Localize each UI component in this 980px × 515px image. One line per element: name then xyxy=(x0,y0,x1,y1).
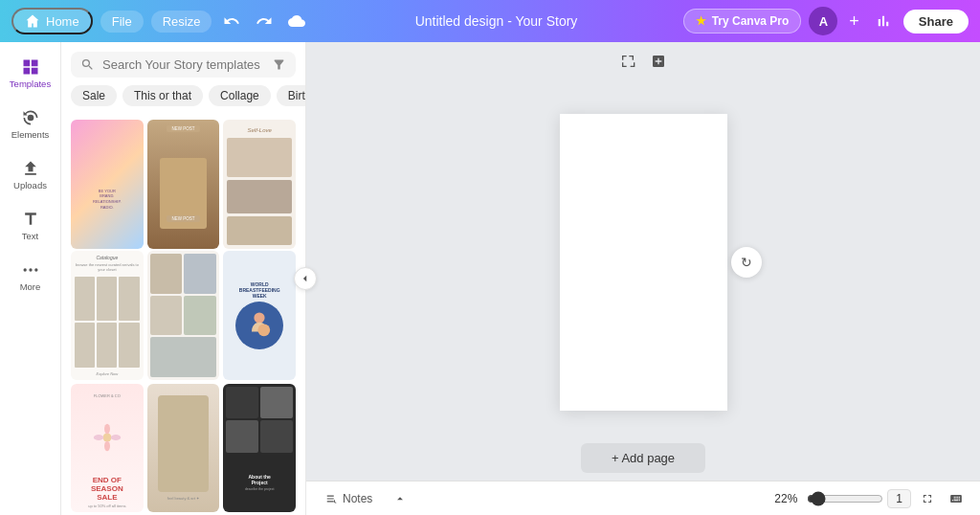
template-card-4[interactable]: Catalogue browse the newest curated arri… xyxy=(71,251,144,380)
cloud-save-button[interactable] xyxy=(284,9,309,34)
topbar: Home File Resize Untitled design - Your … xyxy=(0,0,980,42)
share-button[interactable]: Share xyxy=(903,10,969,34)
templates-icon xyxy=(21,57,40,77)
template-card-3[interactable]: Self-Love xyxy=(223,120,296,249)
chip-birthday[interactable]: Birthday xyxy=(277,85,305,106)
hide-panel-icon xyxy=(301,274,310,283)
sidebar-item-uploads[interactable]: Uploads xyxy=(4,151,57,198)
hide-panel-button[interactable] xyxy=(294,267,317,290)
svg-point-1 xyxy=(23,268,26,271)
elements-icon xyxy=(21,108,40,127)
sidebar-item-templates[interactable]: Templates xyxy=(4,50,57,97)
template-7-brand: FLOWER & CO xyxy=(94,393,121,398)
template-4-subtitle: browse the newest curated arrivals to yo… xyxy=(75,262,140,272)
search-icon xyxy=(80,57,95,72)
canva-pro-button[interactable]: ★ Try Canva Pro xyxy=(683,9,802,34)
template-7-sale-sub: up to 50% off all items xyxy=(88,504,125,508)
filter-icon[interactable] xyxy=(272,57,286,72)
template-3-img1 xyxy=(227,138,292,177)
zoom-slider[interactable] xyxy=(807,491,883,506)
chip-sale[interactable]: Sale xyxy=(71,85,117,106)
template-5-cell-3 xyxy=(150,296,183,336)
sidebar-item-more[interactable]: More xyxy=(4,253,57,300)
chip-collage[interactable]: Collage xyxy=(209,85,271,106)
template-card-8[interactable]: feel beauty & art ✦ xyxy=(147,384,220,513)
template-grid: BE YOURBRAND.RELATIONSHIP.RADIO. NEW POS… xyxy=(61,116,305,515)
document-title: Untitled design - Your Story xyxy=(317,13,675,29)
more-icon xyxy=(21,260,40,280)
collapse-icon xyxy=(393,492,407,505)
text-icon xyxy=(21,210,40,229)
analytics-icon xyxy=(875,12,892,30)
add-canvas-icon xyxy=(651,54,666,69)
home-button[interactable]: Home xyxy=(11,8,93,34)
main-area: Templates Elements Uploads Text More Sal… xyxy=(0,42,980,515)
template-4-cell-3 xyxy=(119,277,139,321)
star-icon: ★ xyxy=(696,14,706,28)
template-card-2[interactable]: NEW POST NEW POST xyxy=(147,120,220,249)
undo-button[interactable] xyxy=(219,9,244,34)
keyboard-icon xyxy=(949,492,963,505)
svg-point-9 xyxy=(94,435,104,440)
template-4-title: Catalogue xyxy=(75,255,140,260)
template-card-6[interactable]: WORLDBREASTFEEDINGWEEK xyxy=(223,251,296,380)
template-9-cell-3 xyxy=(226,420,258,453)
fullscreen-button[interactable] xyxy=(915,488,940,509)
template-card-9[interactable]: About theProject describe the project xyxy=(223,384,296,513)
search-bar xyxy=(71,52,296,78)
notes-icon xyxy=(325,492,339,505)
template-9-cell-2 xyxy=(260,387,293,419)
template-9-text-area: About theProject describe the project xyxy=(226,455,293,510)
canvas-toolbar xyxy=(306,42,980,80)
zoom-controls: 22% 1 xyxy=(420,488,969,509)
template-9-cell-4 xyxy=(260,420,293,453)
uploads-icon xyxy=(21,159,40,178)
file-button[interactable]: File xyxy=(100,11,144,33)
template-7-flower xyxy=(93,400,122,475)
fit-page-button[interactable] xyxy=(616,50,639,73)
template-4-grid xyxy=(75,277,140,368)
page-number: 1 xyxy=(887,489,911,508)
template-card-5[interactable] xyxy=(147,251,220,380)
template-3-img3 xyxy=(227,216,292,244)
template-4-cell-6 xyxy=(119,323,139,367)
home-label: Home xyxy=(46,14,79,29)
canvas-page[interactable] xyxy=(560,114,727,411)
breastfeeding-illustration xyxy=(244,310,275,341)
redo-button[interactable] xyxy=(252,9,277,34)
add-canvas-button[interactable] xyxy=(647,50,670,73)
sidebar-item-text[interactable]: Text xyxy=(4,202,57,249)
template-3-img2 xyxy=(227,180,292,213)
template-5-cell-1 xyxy=(150,254,183,294)
template-9-cell-1 xyxy=(226,387,258,419)
chips-row: Sale This or that Collage Birthday › xyxy=(61,85,305,116)
collapse-button[interactable] xyxy=(388,488,412,509)
template-card-1[interactable]: BE YOURBRAND.RELATIONSHIP.RADIO. xyxy=(71,120,144,249)
add-page-button[interactable]: + Add page xyxy=(581,443,705,473)
chip-this-or-that[interactable]: This or that xyxy=(122,85,203,106)
template-4-cell-1 xyxy=(75,277,95,321)
svg-point-7 xyxy=(104,423,110,434)
svg-point-5 xyxy=(258,324,271,336)
refresh-button[interactable]: ↻ xyxy=(731,247,762,278)
zoom-value: 22% xyxy=(768,492,803,505)
home-icon xyxy=(25,13,40,29)
template-3-title: Self-Love xyxy=(227,123,292,135)
redo-icon xyxy=(256,12,273,30)
search-input[interactable] xyxy=(102,57,264,72)
svg-point-3 xyxy=(34,268,37,271)
sidebar: Templates Elements Uploads Text More xyxy=(0,42,61,515)
undo-icon xyxy=(223,12,240,30)
keyboard-shortcuts-button[interactable] xyxy=(944,488,969,509)
analytics-button[interactable] xyxy=(871,9,896,34)
canvas-area: ↻ + Add page Notes 22% 1 xyxy=(306,42,980,515)
template-card-7[interactable]: FLOWER & CO END OFSEASONSALE up to 50% o… xyxy=(71,384,144,513)
avatar[interactable]: A xyxy=(809,7,837,35)
template-6-illustration xyxy=(235,302,283,349)
template-8-bg: feel beauty & art ✦ xyxy=(147,384,220,513)
sidebar-item-elements[interactable]: Elements xyxy=(4,101,57,147)
resize-button[interactable]: Resize xyxy=(151,11,212,33)
add-button[interactable]: + xyxy=(845,11,863,32)
notes-button[interactable]: Notes xyxy=(318,488,380,509)
fullscreen-icon xyxy=(921,492,934,505)
